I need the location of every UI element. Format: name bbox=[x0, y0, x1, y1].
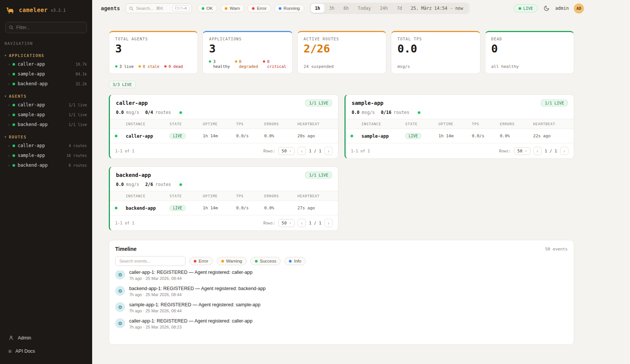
timeline-filter-warning[interactable]: Warning bbox=[217, 257, 247, 265]
prev-page-button[interactable]: ‹ bbox=[533, 147, 542, 155]
main-area: agents Ctrl+K OK Warn Error bbox=[92, 0, 630, 364]
app-card-stats: 0.0 msg/s 0/16 routes bbox=[346, 110, 574, 119]
table-row[interactable]: caller-app LIVE 1h 14m 0.0/s 0.0% 20s ag… bbox=[110, 129, 338, 143]
app-card-sample-app: sample-app 1/1 LIVE 0.0 msg/s 0/16 route… bbox=[344, 94, 574, 159]
range-button-24h[interactable]: 24h bbox=[376, 4, 392, 13]
table-row[interactable]: backend-app LIVE 1h 14m 0.0/s 0.0% 27s a… bbox=[110, 201, 338, 215]
gear-icon: ⚙ bbox=[115, 318, 125, 328]
timeline-search-input[interactable] bbox=[115, 256, 185, 266]
status-dot bbox=[139, 65, 141, 68]
timeline-filter-error[interactable]: Error bbox=[189, 257, 213, 265]
state-badge: LIVE bbox=[170, 205, 185, 211]
sidebar-section-routes: ▾ ROUTES › caller-app 4 routes › sample-… bbox=[0, 133, 92, 170]
item-badge: 10.7k bbox=[76, 62, 87, 66]
filter-chip-ok[interactable]: OK bbox=[197, 4, 218, 12]
item-badge: 1/1 live bbox=[69, 123, 87, 127]
sidebar-item-applications-backend-app[interactable]: › backend-app 32.2k bbox=[0, 79, 92, 89]
time-range-selector: 1h 3h 6h Today 24h 7d 25. März 14:54 — n… bbox=[310, 3, 470, 14]
next-page-button[interactable]: › bbox=[560, 147, 568, 155]
sidebar-section-agents: ▾ AGENTS › caller-app 1/1 live › sample-… bbox=[0, 92, 92, 129]
status-dot bbox=[164, 65, 167, 68]
item-badge: 1/1 live bbox=[69, 103, 87, 107]
status-dot bbox=[12, 164, 15, 167]
item-badge: 32.2k bbox=[76, 82, 87, 86]
sidebar-item-agents-caller-app[interactable]: › caller-app 1/1 live bbox=[0, 100, 92, 110]
sidebar-item-api-docs[interactable]: ≡ API Docs bbox=[5, 346, 87, 356]
caret-down-icon: ▾ bbox=[289, 149, 291, 153]
timeline-filter-success[interactable]: Success bbox=[250, 257, 281, 265]
dark-mode-toggle[interactable] bbox=[543, 5, 550, 12]
sidebar-item-agents-backend-app[interactable]: › backend-app 1/1 live bbox=[0, 120, 92, 129]
app-name: cameleer bbox=[19, 7, 48, 14]
status-dot bbox=[12, 123, 15, 126]
range-button-today[interactable]: Today bbox=[354, 4, 375, 13]
rows-per-page-select[interactable]: 50 ▾ bbox=[514, 147, 530, 155]
item-badge: 84.1k bbox=[76, 72, 87, 76]
table-header: INSTANCE STATE UPTIME TPS ERRORS HEARTBE… bbox=[346, 119, 574, 129]
table-header: INSTANCE STATE UPTIME TPS ERRORS HEARTBE… bbox=[110, 191, 338, 201]
next-page-button[interactable]: › bbox=[324, 147, 333, 155]
section-header-applications[interactable]: ▾ APPLICATIONS bbox=[0, 52, 92, 59]
section-header-agents[interactable]: ▾ AGENTS bbox=[0, 92, 92, 100]
user-avatar[interactable]: AD bbox=[574, 3, 584, 14]
app-card-title: sample-app bbox=[352, 100, 383, 106]
status-dot bbox=[115, 135, 117, 137]
status-dot bbox=[12, 73, 15, 75]
filter-chip-warn[interactable]: Warn bbox=[220, 4, 244, 12]
next-page-button[interactable]: › bbox=[324, 219, 333, 227]
prev-page-button[interactable]: ‹ bbox=[298, 219, 306, 227]
user-icon bbox=[8, 335, 14, 341]
status-filter-chips: OK Warn Error Running bbox=[197, 4, 304, 12]
rows-per-page-select[interactable]: 50 ▾ bbox=[278, 147, 295, 155]
stat-card-total-tps: TOTAL TPS 0.0 msg/s bbox=[391, 31, 480, 74]
rows-per-page-select[interactable]: 50 ▾ bbox=[278, 219, 295, 227]
search-icon bbox=[129, 6, 134, 11]
timeline-card: Timeline 50 events Error Warning Success bbox=[109, 240, 574, 345]
status-dot bbox=[12, 114, 15, 116]
status-dot bbox=[12, 154, 15, 157]
status-dot bbox=[279, 7, 281, 10]
app-card-stats: 0.0 msg/s 0/4 routes bbox=[110, 110, 338, 119]
sidebar-item-routes-backend-app[interactable]: › backend-app 6 routes bbox=[0, 160, 92, 170]
app-card-title: caller-app bbox=[116, 100, 148, 106]
table-row[interactable]: sample-app LIVE 1h 14m 0.0/s 0.0% 22s ag… bbox=[346, 129, 574, 143]
app-card-title: backend-app bbox=[116, 172, 151, 178]
status-dot bbox=[12, 83, 15, 85]
range-button-1h[interactable]: 1h bbox=[311, 4, 324, 13]
prev-page-button[interactable]: ‹ bbox=[298, 147, 306, 155]
range-button-3h[interactable]: 3h bbox=[325, 4, 339, 13]
timeline-event[interactable]: ⚙ caller-app-1: REGISTERED — Agent regis… bbox=[111, 316, 571, 332]
timeline-filter-info[interactable]: Info bbox=[284, 257, 306, 265]
filter-chip-running[interactable]: Running bbox=[274, 4, 304, 12]
timeline-event[interactable]: ⚙ backend-app-1: REGISTERED — Agent regi… bbox=[111, 283, 571, 299]
stat-cards-row: TOTAL AGENTS 3 3 live 0 stale 0 dead APP… bbox=[109, 31, 574, 74]
sidebar-filter-input[interactable] bbox=[5, 22, 87, 33]
live-status-toggle[interactable]: LIVE bbox=[514, 4, 538, 12]
chevron-right-icon: › bbox=[8, 154, 10, 158]
status-dot bbox=[235, 60, 237, 63]
sidebar-item-routes-sample-app[interactable]: › sample-app 16 routes bbox=[0, 151, 92, 160]
sidebar-item-applications-caller-app[interactable]: › caller-app 10.7k bbox=[0, 59, 92, 69]
status-dot bbox=[194, 260, 196, 263]
gear-icon: ⚙ bbox=[115, 270, 125, 280]
sidebar-item-applications-sample-app[interactable]: › sample-app 84.1k bbox=[0, 69, 92, 79]
caret-down-icon: ▾ bbox=[5, 95, 6, 98]
chevron-right-icon: › bbox=[8, 144, 10, 148]
timeline-events-list[interactable]: ⚙ caller-app-1: REGISTERED — Agent regis… bbox=[109, 270, 574, 344]
timeline-event[interactable]: ⚙ caller-app-1: REGISTERED — Agent regis… bbox=[111, 270, 571, 283]
filter-chip-error[interactable]: Error bbox=[247, 4, 271, 12]
gear-icon: ⚙ bbox=[115, 286, 125, 296]
range-button-7d[interactable]: 7d bbox=[393, 4, 406, 13]
status-dot bbox=[179, 111, 182, 114]
timeline-event[interactable]: ⚙ sample-app-1: REGISTERED — Agent regis… bbox=[111, 299, 571, 316]
live-badge: 1/1 LIVE bbox=[541, 100, 568, 106]
sidebar-item-agents-sample-app[interactable]: › sample-app 1/1 live bbox=[0, 110, 92, 120]
caret-down-icon: ▾ bbox=[525, 149, 527, 153]
range-button-6h[interactable]: 6h bbox=[339, 4, 353, 13]
sidebar-item-routes-caller-app[interactable]: › caller-app 4 routes bbox=[0, 141, 92, 151]
status-dot bbox=[289, 260, 292, 263]
date-range-display: 25. März 14:54 — now bbox=[407, 6, 469, 11]
sidebar-item-admin[interactable]: Admin bbox=[5, 332, 87, 343]
section-header-routes[interactable]: ▾ ROUTES bbox=[0, 133, 92, 141]
search-icon bbox=[9, 25, 14, 30]
